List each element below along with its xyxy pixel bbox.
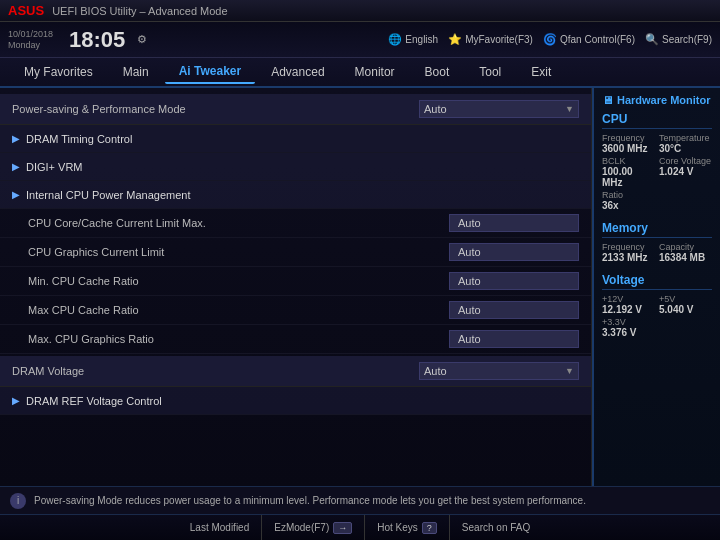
nav-ai-tweaker[interactable]: Ai Tweaker bbox=[165, 60, 255, 84]
max-cpu-graphics-label: Max. CPU Graphics Ratio bbox=[12, 333, 449, 345]
globe-icon: 🌐 bbox=[388, 33, 402, 46]
max-cpu-cache-label: Max CPU Cache Ratio bbox=[12, 304, 449, 316]
nav-advanced[interactable]: Advanced bbox=[257, 61, 338, 83]
cpu-voltage-value: 1.024 V bbox=[659, 166, 712, 177]
cpu-ratio-value: 36x bbox=[602, 200, 712, 211]
info-bar: i Power-saving Mode reduces power usage … bbox=[0, 486, 720, 514]
cpu-core-cache-value[interactable]: Auto bbox=[449, 214, 579, 232]
hotkeys-label: Hot Keys bbox=[377, 522, 418, 533]
hotkeys-button[interactable]: Hot Keys ? bbox=[365, 515, 450, 540]
mem-freq-value: 2133 MHz bbox=[602, 252, 655, 263]
last-modified-label: Last Modified bbox=[190, 522, 249, 533]
hw-cpu-title: CPU bbox=[602, 112, 712, 129]
cpu-ratio-row: Ratio 36x bbox=[602, 190, 712, 211]
dram-voltage-value: Auto bbox=[424, 365, 447, 377]
dram-voltage-row: DRAM Voltage Auto ▼ bbox=[0, 356, 591, 387]
dram-voltage-label: DRAM Voltage bbox=[12, 365, 419, 377]
v33-row: +3.3V 3.376 V bbox=[602, 317, 712, 338]
hw-voltage-grid: +12V 12.192 V +5V 5.040 V bbox=[602, 294, 712, 315]
favorites-label: MyFavorite(F3) bbox=[465, 34, 533, 45]
dram-voltage-dropdown[interactable]: Auto ▼ bbox=[419, 362, 579, 380]
top-actions: 🌐 English ⭐ MyFavorite(F3) 🌀 Qfan Contro… bbox=[388, 33, 712, 46]
info-icon: i bbox=[10, 493, 26, 509]
cpu-graphics-label: CPU Graphics Current Limit bbox=[12, 246, 449, 258]
cpu-power-mgmt-row[interactable]: ▶ Internal CPU Power Management bbox=[0, 181, 591, 209]
cpu-freq-label: Frequency bbox=[602, 133, 655, 143]
v12-value: 12.192 V bbox=[602, 304, 655, 315]
dropdown-arrow-icon: ▼ bbox=[565, 366, 574, 376]
v33-label: +3.3V bbox=[602, 317, 712, 327]
dram-timing-label: DRAM Timing Control bbox=[26, 133, 579, 145]
min-cpu-cache-row: Min. CPU Cache Ratio Auto bbox=[0, 267, 591, 296]
search-faq-button[interactable]: Search on FAQ bbox=[450, 515, 542, 540]
asus-logo: ASUS bbox=[8, 3, 44, 18]
main-content: Power-saving & Performance Mode Auto ▼ ▶… bbox=[0, 88, 720, 486]
hw-voltage-section: Voltage +12V 12.192 V +5V 5.040 V +3.3V … bbox=[602, 273, 712, 338]
power-mode-dropdown[interactable]: Auto ▼ bbox=[419, 100, 579, 118]
language-selector[interactable]: 🌐 English bbox=[388, 33, 438, 46]
search-icon: 🔍 bbox=[645, 33, 659, 46]
v5-label: +5V bbox=[659, 294, 712, 304]
nav-bar: My Favorites Main Ai Tweaker Advanced Mo… bbox=[0, 58, 720, 88]
cpu-power-mgmt-label: Internal CPU Power Management bbox=[26, 189, 579, 201]
cpu-graphics-value[interactable]: Auto bbox=[449, 243, 579, 261]
max-cpu-cache-row: Max CPU Cache Ratio Auto bbox=[0, 296, 591, 325]
mem-cap-value: 16384 MB bbox=[659, 252, 712, 263]
min-cpu-cache-label: Min. CPU Cache Ratio bbox=[12, 275, 449, 287]
search-label: Search(F9) bbox=[662, 34, 712, 45]
hw-memory-grid: Frequency 2133 MHz Capacity 16384 MB bbox=[602, 242, 712, 263]
expand-arrow-icon: ▶ bbox=[12, 395, 20, 406]
digi-vrm-row[interactable]: ▶ DIGI+ VRM bbox=[0, 153, 591, 181]
bios-title: UEFI BIOS Utility – Advanced Mode bbox=[52, 5, 227, 17]
hw-cpu-grid: Frequency 3600 MHz Temperature 30°C BCLK… bbox=[602, 133, 712, 188]
gear-icon[interactable]: ⚙ bbox=[137, 33, 147, 46]
power-mode-label: Power-saving & Performance Mode bbox=[12, 103, 419, 115]
nav-exit[interactable]: Exit bbox=[517, 61, 565, 83]
cpu-temp-label: Temperature bbox=[659, 133, 712, 143]
cpu-voltage-label: Core Voltage bbox=[659, 156, 712, 166]
ezmode-label: EzMode(F7) bbox=[274, 522, 329, 533]
hotkeys-key: ? bbox=[422, 522, 437, 534]
bottom-bar: Last Modified EzMode(F7) → Hot Keys ? Se… bbox=[0, 514, 720, 540]
left-panel: Power-saving & Performance Mode Auto ▼ ▶… bbox=[0, 88, 592, 486]
v12-label: +12V bbox=[602, 294, 655, 304]
max-cpu-graphics-value[interactable]: Auto bbox=[449, 330, 579, 348]
search-button[interactable]: 🔍 Search(F9) bbox=[645, 33, 712, 46]
nav-boot[interactable]: Boot bbox=[411, 61, 464, 83]
day: Monday bbox=[8, 40, 53, 51]
nav-tool[interactable]: Tool bbox=[465, 61, 515, 83]
hw-memory-section: Memory Frequency 2133 MHz Capacity 16384… bbox=[602, 221, 712, 263]
power-mode-row: Power-saving & Performance Mode Auto ▼ bbox=[0, 94, 591, 125]
dram-ref-row[interactable]: ▶ DRAM REF Voltage Control bbox=[0, 387, 591, 415]
fan-icon: 🌀 bbox=[543, 33, 557, 46]
nav-monitor[interactable]: Monitor bbox=[341, 61, 409, 83]
last-modified-button[interactable]: Last Modified bbox=[178, 515, 262, 540]
hardware-monitor-panel: 🖥 Hardware Monitor CPU Frequency 3600 MH… bbox=[592, 88, 720, 486]
mem-freq-label: Frequency bbox=[602, 242, 655, 252]
hw-cpu-section: CPU Frequency 3600 MHz Temperature 30°C … bbox=[602, 112, 712, 211]
ezmode-button[interactable]: EzMode(F7) → bbox=[262, 515, 365, 540]
cpu-bclk-label: BCLK bbox=[602, 156, 655, 166]
nav-my-favorites[interactable]: My Favorites bbox=[10, 61, 107, 83]
datetime: 10/01/2018 Monday bbox=[8, 29, 53, 51]
expand-arrow-icon: ▶ bbox=[12, 161, 20, 172]
cpu-bclk-value: 100.00 MHz bbox=[602, 166, 655, 188]
language-label: English bbox=[405, 34, 438, 45]
nav-main[interactable]: Main bbox=[109, 61, 163, 83]
favorites-button[interactable]: ⭐ MyFavorite(F3) bbox=[448, 33, 533, 46]
max-cpu-graphics-row: Max. CPU Graphics Ratio Auto bbox=[0, 325, 591, 354]
dram-ref-label: DRAM REF Voltage Control bbox=[26, 395, 579, 407]
qfan-button[interactable]: 🌀 Qfan Control(F6) bbox=[543, 33, 635, 46]
time-bar: 10/01/2018 Monday 18:05 ⚙ 🌐 English ⭐ My… bbox=[0, 22, 720, 58]
dropdown-arrow-icon: ▼ bbox=[565, 104, 574, 114]
cpu-core-cache-label: CPU Core/Cache Current Limit Max. bbox=[12, 217, 449, 229]
max-cpu-cache-value[interactable]: Auto bbox=[449, 301, 579, 319]
min-cpu-cache-value[interactable]: Auto bbox=[449, 272, 579, 290]
v5-value: 5.040 V bbox=[659, 304, 712, 315]
search-faq-label: Search on FAQ bbox=[462, 522, 530, 533]
cpu-freq-value: 3600 MHz bbox=[602, 143, 655, 154]
qfan-label: Qfan Control(F6) bbox=[560, 34, 635, 45]
dram-timing-row[interactable]: ▶ DRAM Timing Control bbox=[0, 125, 591, 153]
digi-vrm-label: DIGI+ VRM bbox=[26, 161, 579, 173]
info-text: Power-saving Mode reduces power usage to… bbox=[34, 495, 586, 506]
